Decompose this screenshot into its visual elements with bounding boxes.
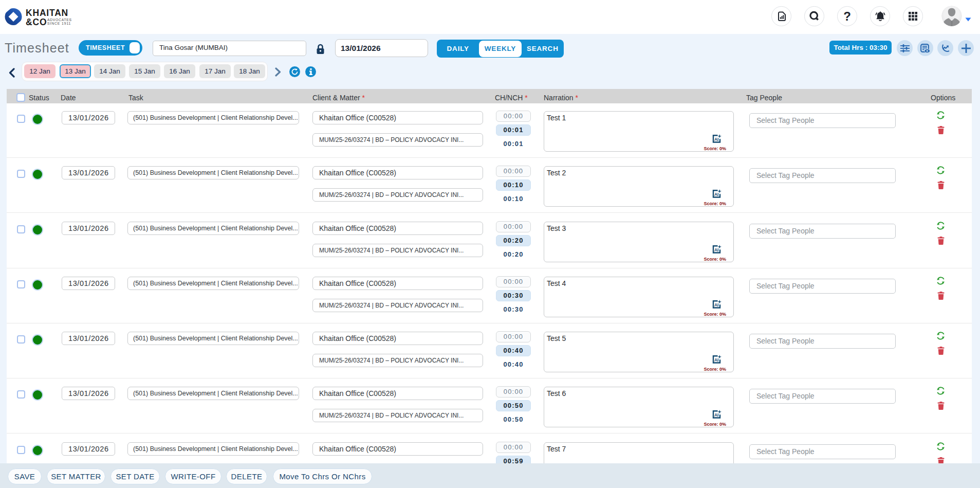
svg-text:AI: AI [714,192,719,197]
svg-text:AI: AI [714,137,719,142]
svg-text:AI: AI [714,247,719,252]
svg-text:AI: AI [714,357,719,363]
svg-text:AI: AI [714,302,719,308]
svg-text:AI: AI [714,412,719,418]
